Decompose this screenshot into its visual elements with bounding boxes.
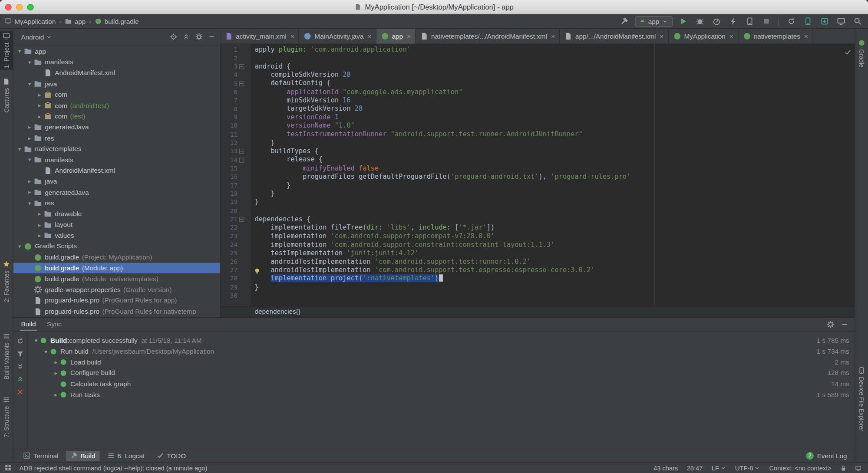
- build-tree-row[interactable]: ▾Build: completed successfullyat 11/5/18…: [28, 335, 855, 346]
- encoding-widget[interactable]: UTF-8: [735, 464, 760, 471]
- project-tree-item[interactable]: ▾app: [13, 46, 220, 57]
- fold-marker[interactable]: −: [239, 158, 244, 162]
- hide-panel-icon[interactable]: [841, 321, 848, 328]
- profile-button[interactable]: [710, 15, 723, 27]
- build-tree-row[interactable]: ▾Run build/Users/jweisbaum/Desktop/MyApp…: [28, 346, 855, 357]
- context-widget[interactable]: Context: <no context>: [769, 464, 831, 471]
- event-log-button[interactable]: 2Event Log: [806, 452, 847, 460]
- stripe-button[interactable]: 2: Favorites: [0, 259, 13, 304]
- select-device-button[interactable]: [743, 15, 756, 27]
- project-tree-item[interactable]: ▸layout: [13, 219, 220, 230]
- project-tree-item[interactable]: build.gradle (Project: MyApplication): [13, 252, 220, 263]
- intention-bulb-icon[interactable]: [254, 266, 261, 276]
- inspection-status-icon[interactable]: [844, 47, 851, 57]
- project-tree-item[interactable]: build.gradle (Module: app): [13, 263, 220, 273]
- search-everywhere-button[interactable]: [851, 15, 864, 27]
- readonly-lock-icon[interactable]: [840, 464, 846, 471]
- locate-file-icon[interactable]: [170, 33, 177, 40]
- project-tree-item[interactable]: ▾java: [13, 79, 220, 89]
- stripe-button[interactable]: 1: Project: [0, 31, 13, 70]
- stop-button[interactable]: [760, 15, 772, 27]
- breadcrumb-scope[interactable]: dependencies{}: [254, 308, 300, 315]
- close-icon[interactable]: ×: [551, 33, 555, 40]
- project-tree-item[interactable]: ▾manifests: [13, 57, 220, 68]
- project-tree-item[interactable]: ▸com (test): [13, 111, 220, 122]
- build-tree-row[interactable]: ▸Run tasks1 s 589 ms: [28, 389, 855, 400]
- close-icon[interactable]: ×: [804, 33, 808, 40]
- project-tree-item[interactable]: ▾manifests: [13, 154, 220, 165]
- build-panel-tab[interactable]: Sync: [46, 318, 63, 331]
- collapse-all-icon[interactable]: [17, 375, 24, 383]
- bottom-tab[interactable]: TODO: [152, 451, 190, 461]
- project-tree-item[interactable]: proguard-rules.pro (ProGuard Rules for a…: [13, 295, 220, 306]
- breadcrumb-item[interactable]: MyApplication: [4, 17, 56, 25]
- minimize-window-button[interactable]: [16, 3, 23, 10]
- stripe-button[interactable]: Device File Explorer: [855, 365, 868, 433]
- restart-build-icon[interactable]: [17, 337, 24, 345]
- close-icon[interactable]: [17, 388, 24, 396]
- editor-tab[interactable]: nativetemplates/.../AndroidManifest.xml×: [416, 29, 560, 43]
- build-tree-row[interactable]: ▸Configure build128 ms: [28, 368, 855, 378]
- run-button[interactable]: [677, 15, 689, 27]
- run-configuration-select[interactable]: app: [635, 16, 673, 26]
- filter-icon[interactable]: [17, 350, 24, 358]
- sync-project-button[interactable]: [785, 15, 797, 27]
- stripe-button[interactable]: Gradle: [855, 38, 868, 69]
- gear-icon[interactable]: [827, 321, 835, 328]
- project-tree-item[interactable]: ▸com (androidTest): [13, 100, 220, 111]
- highlighting-level-icon[interactable]: [855, 464, 861, 471]
- caret-position-widget[interactable]: 28:47: [687, 464, 703, 471]
- close-icon[interactable]: ×: [660, 33, 663, 40]
- fold-marker[interactable]: −: [239, 81, 244, 86]
- project-tree-item[interactable]: ▸res: [13, 133, 220, 144]
- build-tree-row[interactable]: Calculate task graph14 ms: [28, 378, 855, 389]
- build-tree-row[interactable]: ▸Load build2 ms: [28, 357, 855, 368]
- editor-tab[interactable]: activity_main.xml×: [220, 29, 299, 43]
- editor-tab[interactable]: MainActivity.java×: [299, 29, 376, 43]
- bottom-tab[interactable]: Build: [66, 451, 99, 461]
- zoom-window-button[interactable]: [27, 3, 33, 10]
- gear-icon[interactable]: [195, 33, 203, 40]
- editor-tab[interactable]: nativetemplates×: [738, 29, 813, 43]
- sdk-manager-button[interactable]: [818, 15, 830, 27]
- close-icon[interactable]: ×: [367, 33, 371, 40]
- bottom-tab[interactable]: Terminal: [19, 451, 63, 461]
- project-tree-item[interactable]: ▸java: [13, 176, 220, 187]
- build-panel-tab[interactable]: Build: [20, 318, 37, 331]
- project-tree-item[interactable]: ▾nativetemplates: [13, 144, 220, 154]
- avd-manager-button[interactable]: [802, 15, 814, 27]
- debug-button[interactable]: [693, 15, 706, 27]
- build-project-button[interactable]: [618, 15, 630, 27]
- project-tree-item[interactable]: ▸com: [13, 89, 220, 100]
- project-tree-item[interactable]: ▾Gradle Scripts: [13, 241, 220, 252]
- close-icon[interactable]: ×: [407, 33, 411, 40]
- close-icon[interactable]: ×: [729, 33, 733, 40]
- tool-window-toggle-icon[interactable]: [4, 464, 12, 471]
- project-tree-item[interactable]: ▸generatedJava: [13, 122, 220, 133]
- stripe-button[interactable]: Build Variants: [0, 331, 13, 381]
- project-view-select[interactable]: Android: [21, 33, 52, 41]
- close-icon[interactable]: ×: [290, 33, 294, 40]
- layout-inspector-button[interactable]: [835, 15, 847, 27]
- breadcrumb-item[interactable]: build.gradle: [95, 17, 139, 25]
- project-tree-item[interactable]: AndroidManifest.xml: [13, 165, 220, 176]
- bottom-tab[interactable]: 6: Logcat: [103, 451, 149, 461]
- project-tree-item[interactable]: ▸values: [13, 230, 220, 241]
- expand-all-icon[interactable]: [17, 363, 24, 370]
- stripe-button[interactable]: Captures: [0, 76, 13, 115]
- project-tree-item[interactable]: AndroidManifest.xml: [13, 68, 220, 79]
- code-area[interactable]: apply plugin: 'com.android.application'a…: [251, 44, 855, 306]
- fold-marker[interactable]: −: [239, 64, 244, 69]
- fold-marker[interactable]: −: [239, 149, 244, 154]
- collapse-all-icon[interactable]: [183, 33, 190, 40]
- project-tree-item[interactable]: proguard-rules.pro (ProGuard Rules for n…: [13, 306, 220, 317]
- editor-tab[interactable]: MyApplication×: [669, 29, 738, 43]
- editor-tab[interactable]: app×: [376, 29, 416, 43]
- editor-tab[interactable]: app/.../AndroidManifest.xml×: [560, 29, 668, 43]
- close-window-button[interactable]: [5, 3, 11, 10]
- project-tree-item[interactable]: ▸generatedJava: [13, 187, 220, 198]
- project-tree-item[interactable]: ▾res: [13, 198, 220, 209]
- hide-panel-icon[interactable]: [208, 33, 215, 40]
- project-tree-item[interactable]: ▸drawable: [13, 209, 220, 220]
- stripe-button[interactable]: 7: Structure: [0, 394, 13, 439]
